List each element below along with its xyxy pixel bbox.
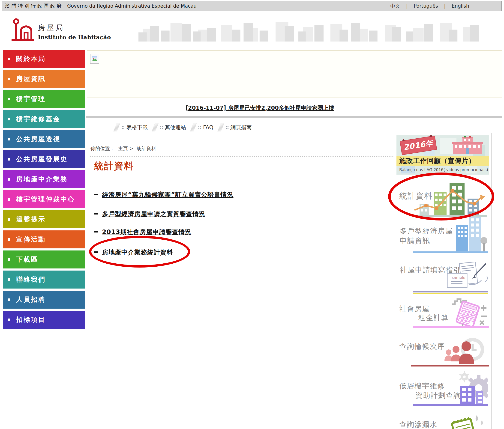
sidebar-item-building-management[interactable]: 樓宇管理	[3, 90, 85, 108]
page-title: 統計資料	[94, 160, 134, 172]
square-bullet-icon	[8, 178, 10, 181]
slash-separator-icon	[152, 123, 159, 131]
square-bullet-icon	[8, 298, 10, 301]
sidebar-item-about-bureau[interactable]: 關於本局	[3, 50, 85, 68]
sidebar-item-tips[interactable]: 溫馨提示	[3, 210, 85, 228]
list-item: 2013期社會房屋申請審查情況	[94, 228, 191, 236]
banner-underline	[413, 404, 488, 406]
page: 澳門特別行政區政府 Governo da Região Administrati…	[0, 0, 504, 429]
square-bullet-icon	[8, 58, 10, 60]
divider-bar	[86, 116, 502, 118]
square-bullet-icon	[8, 238, 10, 241]
square-bullet-icon	[8, 318, 10, 321]
svg-text:sample: sample	[452, 275, 465, 280]
link-2013-social-housing-review[interactable]: 2013期社會房屋申請審查情況	[102, 228, 191, 236]
policy-review-subtitle: Balanço das LAG 2016( vídeos promocionai…	[399, 167, 488, 172]
logo-name-pt: Instituto de Habitação	[38, 34, 111, 41]
buildings-trend-chart-icon	[413, 181, 487, 219]
sidebar-item-public-housing-history[interactable]: 公共房屋發展史	[3, 150, 85, 168]
form-writing-hand-icon: sample	[447, 262, 489, 290]
sidebar-item-real-estate-agency[interactable]: 房地產中介業務	[3, 170, 85, 188]
square-bullet-icon	[8, 98, 10, 100]
breadcrumb-current: 統計資料	[137, 146, 156, 151]
sidebar-item-public-housing-overview[interactable]: 公共房屋透視	[3, 130, 85, 148]
banner-underline	[413, 251, 488, 253]
list-item: 多戶型經濟房屋申請之實質審查情況	[94, 210, 205, 218]
banner-social-housing-rent-calc[interactable]: 社會房屋 租金計算	[396, 296, 489, 329]
sidebar-item-promotions[interactable]: 宣傳活動	[3, 230, 85, 248]
lang-english-link[interactable]: English	[452, 3, 469, 9]
banner-underline	[413, 291, 488, 292]
link-econ-housing-notary[interactable]: 經濟房屋“萬九輪候家團”訂立買賣公證書情況	[102, 191, 234, 199]
gears-buildings-icon	[440, 371, 488, 406]
nav-item-faq[interactable]: FAQ	[191, 123, 214, 131]
link-multi-unit-review[interactable]: 多戶型經濟房屋申請之實質審查情況	[102, 210, 205, 218]
banner-underline	[413, 326, 489, 328]
nav-item-other-links[interactable]: 其他連結	[153, 123, 186, 131]
notepad-droplets-icon	[450, 414, 485, 429]
logo-name-zh: 房屋局	[38, 23, 111, 33]
square-bullet-icon	[8, 158, 10, 160]
breadcrumb: 你的位置： 主頁 > 統計資料	[90, 145, 158, 152]
sidebar-item-recruitment[interactable]: 人員招聘	[3, 291, 85, 309]
page-left-border	[2, 0, 2, 429]
language-switcher: 中文 | Português | English	[390, 3, 502, 9]
list-item: 經濟房屋“萬九輪候家團”訂立買賣公證書情況	[94, 191, 234, 199]
city-skyline-image	[138, 20, 486, 42]
policy-review-title-band: 施政工作回顧（宣傳片）	[396, 156, 489, 166]
dash-bullet-icon	[94, 251, 98, 253]
banner-statistics[interactable]: 統計資料	[396, 176, 489, 220]
blue-buildings-icon	[456, 217, 487, 253]
list-item: 房地產中介業務統計資料	[94, 248, 173, 256]
calculator-icon	[449, 296, 488, 328]
slash-separator-icon	[190, 123, 197, 131]
government-building-icon	[451, 136, 484, 155]
square-bullet-icon	[8, 198, 10, 201]
breadcrumb-separator: >	[129, 146, 133, 151]
link-real-estate-agency-statistics[interactable]: 房地產中介業務統計資料	[102, 248, 173, 256]
government-title: 澳門特別行政區政府 Governo da Região Administrati…	[2, 2, 197, 9]
sidebar-item-arbitration-centre[interactable]: 樓宇管理仲裁中心	[3, 190, 85, 208]
sidebar-item-housing-info[interactable]: 房屋資訊	[3, 70, 85, 88]
square-bullet-icon	[8, 278, 10, 281]
nav-item-forms-download[interactable]: 表格下載	[115, 123, 148, 131]
breadcrumb-prefix: 你的位置：	[90, 146, 115, 151]
dash-bullet-icon	[94, 231, 98, 233]
banner-social-housing-application-guide[interactable]: 社屋申請填寫指引 sample	[396, 262, 489, 295]
housing-bureau-logo[interactable]: 房屋局 Instituto de Habitação	[11, 18, 111, 42]
main-menu-sidebar: 關於本局 房屋資訊 樓宇管理 樓宇維修基金 公共房屋透視 公共房屋發展史 房地產…	[3, 50, 85, 331]
lang-chinese-link[interactable]: 中文	[390, 3, 400, 9]
square-bullet-icon	[8, 258, 10, 261]
lang-separator: |	[406, 3, 408, 9]
broken-image-icon	[90, 54, 99, 64]
square-bullet-icon	[8, 218, 10, 221]
dash-bullet-icon	[94, 194, 98, 195]
dots-icon	[198, 126, 199, 127]
right-column-border	[491, 133, 492, 429]
news-headline-row: [2016-11-07] 房屋局已安排2,200多個社屋申請家團上樓	[87, 104, 433, 112]
sidebar-item-contact-us[interactable]: 聯絡我們	[3, 271, 85, 289]
lang-portuguese-link[interactable]: Português	[414, 3, 438, 9]
sidebar-item-downloads[interactable]: 下載區	[3, 251, 85, 269]
banner-low-rise-repair-subsidy-inquiry[interactable]: 低層樓宇維修 資助計劃查詢	[396, 371, 489, 406]
square-bullet-icon	[8, 78, 10, 80]
dotted-divider	[90, 156, 394, 157]
banner-policy-review-2016[interactable]: 2016年 施政工作回顧（宣傳片） Balanço das LAG 2016( …	[396, 135, 489, 175]
government-title-zh: 澳門特別行政區政府	[5, 2, 63, 9]
nav-item-site-guide[interactable]: 網頁指南	[219, 123, 252, 131]
square-bullet-icon	[8, 118, 10, 120]
sidebar-item-tenders[interactable]: 招標項目	[3, 311, 85, 329]
banner-water-leakage-inquiry[interactable]: 查詢滲漏水	[396, 414, 489, 429]
banner-multi-unit-housing-info[interactable]: 多戶型經濟房屋 申請資訊	[396, 216, 489, 254]
banner-underline	[413, 293, 488, 294]
news-headline-link[interactable]: [2016-11-07] 房屋局已安排2,200多個社屋申請家團上樓	[186, 105, 334, 111]
slash-separator-icon	[113, 123, 120, 131]
house-person-logo-icon	[11, 18, 34, 42]
government-top-bar: 澳門特別行政區政府 Governo da Região Administrati…	[2, 1, 502, 11]
dots-icon	[160, 126, 161, 127]
dash-bullet-icon	[94, 213, 98, 214]
sidebar-item-building-repair-fund[interactable]: 樓宇維修基金	[3, 110, 85, 128]
secondary-nav: 表格下載 其他連結 FAQ 網頁指南	[115, 123, 257, 131]
breadcrumb-home-link[interactable]: 主頁	[118, 146, 128, 151]
banner-queue-inquiry[interactable]: 查詢輪候次序	[396, 336, 489, 367]
